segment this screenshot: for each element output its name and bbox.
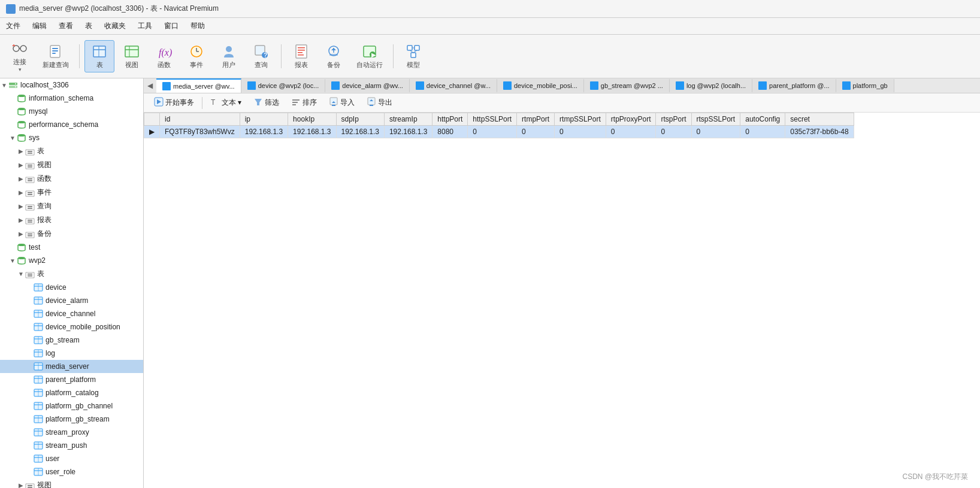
sidebar-item-device_alarm[interactable]: device_alarm — [0, 294, 143, 307]
cell-hookIp[interactable]: 192.168.1.3 — [288, 126, 336, 138]
cell-secret[interactable]: 035c73f7-bb6b-48 — [785, 126, 854, 138]
cell-ip[interactable]: 192.168.1.3 — [240, 126, 288, 138]
toolbar-btn-user[interactable]: 用户 — [214, 40, 244, 72]
sidebar-item-user_role[interactable]: user_role — [0, 465, 143, 478]
data-table-wrapper[interactable]: idiphookIpsdpIpstreamIphttpPorthttpSSLPo… — [144, 113, 980, 488]
tab-gb-stream[interactable]: gb_stream @wvp2 ... — [584, 79, 670, 92]
cell-autoConfig[interactable]: 0 — [740, 126, 785, 138]
sidebar-item-stream_push[interactable]: stream_push — [0, 439, 143, 452]
tab-device-alarm[interactable]: device_alarm @wv... — [325, 79, 409, 92]
sidebar-item-sys[interactable]: ▼sys — [0, 131, 143, 144]
sub-btn-filter[interactable]: 筛选 — [248, 95, 285, 110]
sub-btn-import[interactable]: 导入 — [323, 95, 360, 110]
cell-sdpIp[interactable]: 192.168.1.3 — [336, 126, 384, 138]
toolbar-btn-report[interactable]: 报表 — [286, 40, 316, 72]
cell-rtmpSSLPort[interactable]: 0 — [555, 126, 606, 138]
sidebar-item-事件[interactable]: ▶事件 — [0, 186, 143, 199]
cell-rtmpPort[interactable]: 0 — [517, 126, 555, 138]
table-row[interactable]: ▶FQ3TF8yT83wh5Wvz192.168.1.3192.168.1.31… — [144, 126, 854, 138]
toolbar-btn-query[interactable]: ?查询 — [246, 40, 276, 72]
tab-log[interactable]: log @wvp2 (localh... — [670, 79, 752, 92]
sidebar-item-device_channel[interactable]: device_channel — [0, 307, 143, 320]
sidebar-item-表[interactable]: ▶表 — [0, 144, 143, 158]
tree-label-sys: sys — [29, 134, 40, 142]
sub-btn-export[interactable]: 导出 — [361, 95, 398, 110]
report-label: 报表 — [295, 60, 308, 69]
sidebar-item-表[interactable]: ▼表 — [0, 267, 143, 281]
sidebar-item-mysql[interactable]: mysql — [0, 105, 143, 118]
tab-parent-platform[interactable]: parent_platform @... — [752, 79, 836, 92]
toolbar-btn-connect[interactable]: 连接 ▾ — [5, 37, 35, 75]
sidebar-item-stream_proxy[interactable]: stream_proxy — [0, 426, 143, 439]
toolbar-btn-model[interactable]: 模型 — [398, 40, 428, 72]
menu-item-文件[interactable]: 文件 — [0, 19, 26, 33]
sidebar-item-platform_catalog[interactable]: platform_catalog — [0, 386, 143, 399]
svg-point-66 — [18, 257, 25, 259]
tab-table-icon — [416, 81, 424, 90]
sidebar-item-localhost_3306[interactable]: ▼localhost_3306 — [0, 78, 143, 92]
menu-item-表[interactable]: 表 — [79, 19, 98, 33]
svg-rect-114 — [28, 487, 32, 488]
menu-item-窗口[interactable]: 窗口 — [158, 19, 184, 33]
sidebar-item-media_server[interactable]: media_server — [0, 360, 143, 373]
tree-label-media_server: media_server — [46, 362, 89, 371]
menu-item-收藏夹[interactable]: 收藏夹 — [98, 19, 132, 33]
toolbar-btn-auto-run[interactable]: ▶自动运行 — [351, 40, 388, 72]
event-icon — [188, 43, 205, 60]
sidebar-item-platform_gb_stream[interactable]: platform_gb_stream — [0, 413, 143, 426]
menu-item-查看[interactable]: 查看 — [53, 19, 79, 33]
sidebar-item-报表[interactable]: ▶报表 — [0, 213, 143, 227]
menu-item-编辑[interactable]: 编辑 — [26, 19, 53, 33]
sidebar-item-log[interactable]: log — [0, 347, 143, 360]
toolbar-btn-backup[interactable]: 备份 — [319, 40, 349, 72]
sidebar-item-performance_schema[interactable]: performance_schema — [0, 118, 143, 131]
menu-item-工具[interactable]: 工具 — [132, 19, 158, 33]
toolbar-separator-8 — [281, 44, 282, 68]
menu-item-帮助[interactable]: 帮助 — [184, 19, 211, 33]
sidebar-item-user[interactable]: user — [0, 452, 143, 465]
sidebar-item-查询[interactable]: ▶查询 — [0, 199, 143, 213]
row-indicator: ▶ — [144, 126, 160, 138]
new-query-label: 新建查询 — [43, 60, 69, 69]
cell-rtspPort[interactable]: 0 — [656, 126, 691, 138]
app-icon — [6, 4, 16, 14]
table-body: ▶FQ3TF8yT83wh5Wvz192.168.1.3192.168.1.31… — [144, 126, 854, 138]
sidebar-item-device[interactable]: device — [0, 281, 143, 294]
function-icon: f(x) — [156, 43, 173, 60]
toolbar-btn-view[interactable]: 视图 — [117, 40, 147, 72]
cell-rtspSSLPort[interactable]: 0 — [691, 126, 740, 138]
tab-device-mobile[interactable]: device_mobile_posi... — [497, 79, 584, 92]
sidebar-item-parent_platform[interactable]: parent_platform — [0, 373, 143, 386]
tab-device-channel[interactable]: device_channel @w... — [410, 79, 497, 92]
sidebar-item-test[interactable]: test — [0, 241, 143, 254]
tab-media-server[interactable]: media_server @wv... — [156, 78, 241, 93]
toolbar-btn-event[interactable]: 事件 — [182, 40, 211, 72]
cell-httpSSLPort[interactable]: 0 — [468, 126, 517, 138]
sidebar-item-备份[interactable]: ▶备份 — [0, 227, 143, 241]
connect-dropdown-arrow[interactable]: ▾ — [19, 66, 22, 72]
sidebar-item-wvp2[interactable]: ▼wvp2 — [0, 254, 143, 267]
cell-httpPort[interactable]: 8080 — [432, 126, 468, 138]
svg-rect-56 — [28, 192, 32, 193]
sidebar-item-device_mobile_position[interactable]: device_mobile_position — [0, 320, 143, 334]
sidebar-item-视图[interactable]: ▶视图 — [0, 158, 143, 172]
svg-rect-62 — [28, 234, 32, 235]
toolbar-btn-table[interactable]: 表 — [84, 40, 114, 72]
cell-id[interactable]: FQ3TF8yT83wh5Wvz — [160, 126, 240, 138]
toolbar-btn-function[interactable]: f(x)函数 — [149, 40, 179, 72]
tab-platform-gb[interactable]: platform_gb — [836, 79, 894, 92]
new-query-icon — [47, 43, 64, 60]
cell-rtpProxyPort[interactable]: 0 — [606, 126, 656, 138]
sidebar-item-视图[interactable]: ▶视图 — [0, 478, 143, 488]
tab-nav-left[interactable]: ◀ — [144, 79, 156, 92]
tab-device[interactable]: device @wvp2 (loc... — [241, 79, 326, 92]
sidebar-item-函数[interactable]: ▶函数 — [0, 172, 143, 186]
sub-btn-begin-transaction[interactable]: 开始事务 — [149, 95, 199, 110]
sub-btn-text[interactable]: T文本 ▾ — [205, 95, 247, 110]
cell-streamIp[interactable]: 192.168.1.3 — [384, 126, 432, 138]
sidebar-item-information_schema[interactable]: information_schema — [0, 92, 143, 105]
sub-btn-sort[interactable]: 排序 — [286, 95, 322, 110]
sidebar-item-gb_stream[interactable]: gb_stream — [0, 334, 143, 347]
sidebar-item-platform_gb_channel[interactable]: platform_gb_channel — [0, 399, 143, 413]
toolbar-btn-new-query[interactable]: 新建查询 — [37, 40, 74, 72]
